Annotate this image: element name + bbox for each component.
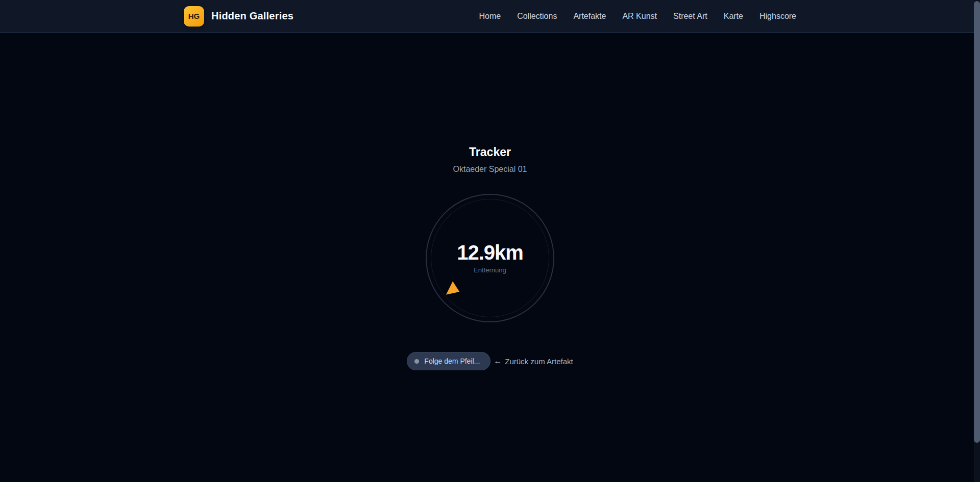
nav-item-ar-kunst[interactable]: AR Kunst <box>622 12 657 21</box>
nav-item-collections[interactable]: Collections <box>517 12 557 21</box>
main-nav: Home Collections Artefakte AR Kunst Stre… <box>479 12 796 21</box>
nav-item-karte[interactable]: Karte <box>724 12 743 21</box>
nav-item-artefakte[interactable]: Artefakte <box>573 12 606 21</box>
scrollbar[interactable] <box>974 0 980 482</box>
page-subtitle: Oktaeder Special 01 <box>453 163 527 175</box>
back-to-artifact-link[interactable]: ← Zurück zum Artefakt <box>494 357 573 366</box>
brand[interactable]: HG Hidden Galleries <box>184 6 293 27</box>
distance-readout: 12.9km Entfernung <box>427 195 553 321</box>
back-arrow-icon: ← <box>494 357 502 365</box>
tracker-page: Tracker Oktaeder Special 01 12.9km Entfe… <box>0 33 980 481</box>
distance-value: 12.9km <box>457 242 523 263</box>
brand-name: Hidden Galleries <box>211 10 293 22</box>
nav-item-home[interactable]: Home <box>479 12 501 21</box>
navbar: HG Hidden Galleries Home Collections Art… <box>0 0 980 33</box>
status-text: Folge dem Pfeil... <box>424 357 480 365</box>
status-dot-icon <box>414 359 419 364</box>
tracker-controls: Folge dem Pfeil... ← Zurück zum Artefakt <box>407 352 573 370</box>
direction-arrow-icon <box>445 281 460 296</box>
compass-circle: 12.9km Entfernung <box>426 194 554 322</box>
scrollbar-thumb[interactable] <box>974 1 980 443</box>
brand-logo-text: HG <box>188 12 200 20</box>
nav-item-highscore[interactable]: Highscore <box>760 12 796 21</box>
page-title: Tracker <box>469 144 511 160</box>
nav-item-street-art[interactable]: Street Art <box>673 12 707 21</box>
navbar-container: HG Hidden Galleries Home Collections Art… <box>184 0 796 32</box>
distance-label: Entfernung <box>474 266 506 274</box>
brand-logo: HG <box>184 6 204 27</box>
back-link-label: Zurück zum Artefakt <box>505 357 573 366</box>
follow-arrow-status-chip: Folge dem Pfeil... <box>407 352 491 370</box>
